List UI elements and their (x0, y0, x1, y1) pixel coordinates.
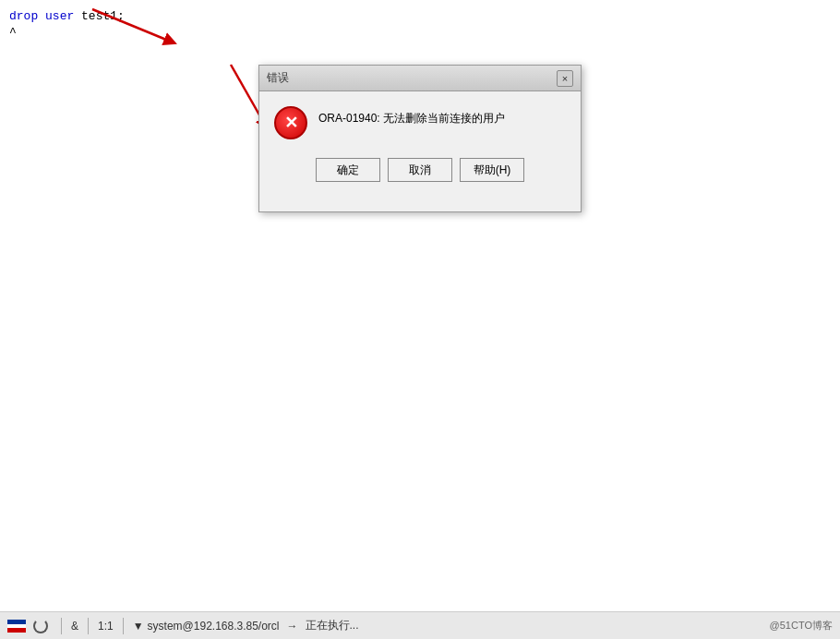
flag-icon (7, 620, 26, 633)
dialog-title: 错误 (267, 70, 289, 86)
branding: @51CTO博客 (770, 619, 833, 633)
refresh-icon[interactable] (33, 619, 48, 633)
arrow-right: → (287, 620, 298, 633)
cancel-button[interactable]: 取消 (388, 158, 452, 182)
editor-area: drop user test1; ^ 错误 × (0, 0, 840, 611)
confirm-button[interactable]: 确定 (316, 158, 380, 182)
modal-overlay: 错误 × ORA-01940: 无法删除当前连接的用户 确定 取消 帮助(H) (0, 0, 840, 611)
status-left: & 1:1 ▼ system@192.168.3.85/orcl → 正在执行.… (7, 618, 359, 634)
dialog-close-button[interactable]: × (557, 70, 573, 87)
dialog-buttons: 确定 取消 帮助(H) (259, 147, 581, 197)
separator3 (123, 618, 124, 634)
arrow-indicator: ▼ (133, 620, 144, 633)
separator2 (88, 618, 89, 634)
dialog-titlebar: 错误 × (259, 66, 581, 91)
dialog-content: ORA-01940: 无法删除当前连接的用户 (259, 91, 581, 147)
execution-status: 正在执行... (306, 618, 359, 633)
error-message: ORA-01940: 无法删除当前连接的用户 (318, 106, 505, 127)
flag-red (7, 628, 26, 633)
error-dialog: 错误 × ORA-01940: 无法删除当前连接的用户 确定 取消 帮助(H) (258, 65, 582, 212)
ampersand: & (71, 620, 78, 633)
cursor-position: 1:1 (98, 620, 114, 633)
error-icon (274, 106, 307, 139)
separator1 (61, 618, 62, 634)
connection-info: system@192.168.3.85/orcl (148, 620, 280, 633)
status-bar: & 1:1 ▼ system@192.168.3.85/orcl → 正在执行.… (0, 611, 840, 639)
help-button[interactable]: 帮助(H) (460, 158, 524, 182)
